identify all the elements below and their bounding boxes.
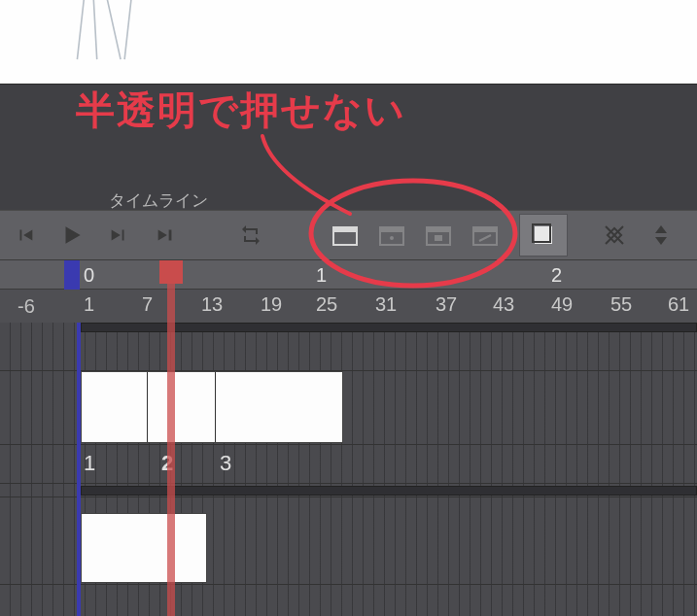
svg-rect-3: [380, 227, 403, 232]
svg-rect-7: [435, 235, 442, 241]
frame-label-3: 3: [220, 451, 231, 476]
ruler-second-1: 1: [316, 264, 327, 287]
ruler-second-2: 2: [551, 264, 562, 287]
clip-2[interactable]: [81, 513, 207, 583]
ruler-f49: 49: [551, 293, 573, 316]
keyframe-c-button: [465, 214, 505, 257]
svg-rect-9: [473, 227, 497, 232]
keyframe-a-button: [371, 214, 412, 257]
ruler-f7: 7: [142, 293, 153, 316]
svg-rect-6: [427, 227, 450, 232]
keyframe-b-button: [418, 214, 459, 257]
onion-skin-button[interactable]: [519, 214, 568, 257]
ruler-f19: 19: [261, 293, 282, 316]
ruler-f31: 31: [375, 293, 397, 316]
ruler-f1: 1: [84, 293, 94, 316]
track-row-1[interactable]: [0, 323, 697, 371]
ruler-f55: 55: [610, 293, 632, 316]
track-row-4[interactable]: [0, 497, 697, 585]
ruler-playhead-pos: 9: [160, 264, 171, 287]
ruler-f43: 43: [493, 293, 514, 316]
ruler-f25: 25: [316, 293, 337, 316]
last-frame-button[interactable]: [142, 214, 189, 257]
sort-button[interactable]: [638, 214, 684, 257]
frame-label-1: 1: [84, 451, 95, 476]
ruler-f37: 37: [436, 293, 457, 316]
timeline-panel-header: タイムライン: [0, 84, 697, 210]
track-bar-3: [81, 486, 697, 496]
ruler-f61: 61: [668, 293, 689, 316]
clip-1[interactable]: [81, 371, 343, 443]
panel-title: タイムライン: [109, 189, 208, 212]
frame-label-2: 2: [161, 451, 173, 476]
clip-divider-2: [215, 372, 216, 442]
clip-divider-1: [147, 372, 148, 442]
track-row-2[interactable]: [0, 371, 697, 445]
play-button[interactable]: [49, 214, 95, 257]
track-row-3[interactable]: [0, 484, 697, 497]
canvas-preview: [0, 0, 697, 84]
new-cel-button[interactable]: [325, 214, 366, 257]
svg-point-4: [390, 236, 394, 240]
timeline-tracks[interactable]: 1 2 3: [0, 323, 697, 616]
next-frame-button[interactable]: [95, 214, 142, 257]
timeline-ruler[interactable]: 0 9 1 2 -6 1 7 13 19 25 31 37 43 49 55 6…: [0, 260, 697, 323]
start-marker[interactable]: [64, 260, 80, 290]
loop-button[interactable]: [227, 214, 274, 257]
timeline-toolbar: [0, 210, 697, 260]
ruler-second-0: 0: [84, 264, 94, 287]
track-start-line: [77, 323, 81, 616]
prev-frame-button[interactable]: [2, 214, 49, 257]
ruler-f13: 13: [201, 293, 223, 316]
ruler-neg: -6: [17, 295, 35, 318]
link-button[interactable]: [591, 214, 638, 257]
track-bar-1: [81, 323, 697, 332]
svg-rect-1: [333, 227, 357, 232]
track-label-row: 1 2 3: [0, 445, 697, 484]
